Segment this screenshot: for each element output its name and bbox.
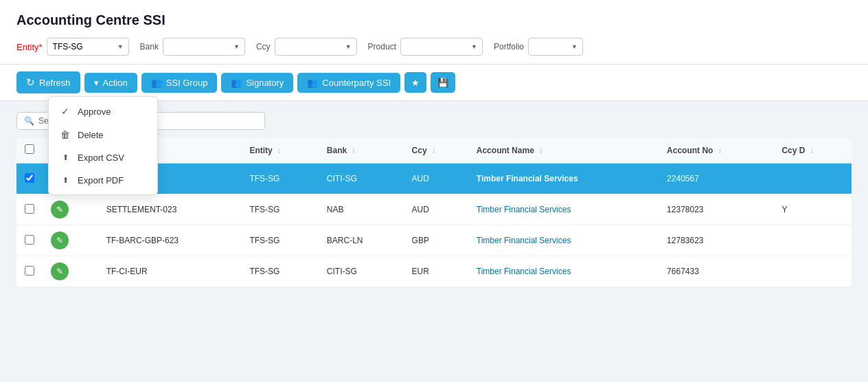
bank-sort-icon[interactable]: ↕ [352,147,356,155]
portfolio-filter-group: Portfolio [494,38,583,56]
save-button[interactable]: 💾 [431,72,455,93]
row-entity: TFS-SG [241,194,318,225]
row-name: TF-BARC-GBP-623 [98,225,242,256]
row-name: SETTLEMENT-023 [98,194,242,225]
header-checkbox-cell [16,138,43,163]
portfolio-select-wrapper [528,38,583,56]
page: Accounting Centre SSI Entity* TFS-SG Ban… [0,0,868,382]
search-icon: 🔍 [24,116,34,126]
export-pdf-icon: ⬆ [60,176,71,185]
row-bank: CITI-SG [319,163,404,194]
row-account-no: 12783623 [659,225,773,256]
product-label: Product [368,42,396,52]
product-select-wrapper [400,38,483,56]
row-account-name: Timber Financial Services [468,256,659,287]
row-ccy-d [773,256,852,287]
ccy-d-sort-icon[interactable]: ↕ [810,147,814,155]
row-ccy: EUR [404,256,468,287]
edit-button[interactable]: ✎ [51,262,69,280]
approve-label: Approve [78,106,111,117]
entity-filter-group: Entity* TFS-SG [16,38,129,56]
header: Accounting Centre SSI Entity* TFS-SG Ban… [0,0,868,65]
dropdown-item-delete[interactable]: 🗑 Delete [49,123,157,146]
people-icon: 👥 [151,78,162,88]
row-account-name: Timber Financial Services [468,225,659,256]
row-checkbox[interactable] [25,235,34,245]
product-filter-group: Product [368,38,483,56]
dropdown-item-export-pdf[interactable]: ⬆ Export PDF [49,169,157,192]
ssi-group-button[interactable]: 👥 SSI Group [141,73,218,93]
row-account-name: Timber Financial Services [468,194,659,225]
product-select[interactable] [400,38,483,56]
edit-button[interactable]: ✎ [51,201,69,218]
row-ccy-d [773,163,852,194]
edit-button[interactable]: ✎ [51,232,69,249]
ccy-filter-group: Ccy [256,38,357,56]
row-checkbox-cell [16,163,43,194]
date-filter-input[interactable] [147,112,265,130]
row-account-no: 7667433 [659,256,773,287]
ccy-select[interactable] [275,38,357,56]
row-edit-cell: ✎ [43,194,98,225]
ccy-sort-icon[interactable]: ↕ [432,147,435,155]
account-name-sort-icon[interactable]: ↕ [539,147,542,155]
row-ccy: AUD [404,163,468,194]
row-ccy-d [773,225,852,256]
ccy-select-wrapper [275,38,357,56]
dropdown-item-approve[interactable]: ✓ Approve [49,100,157,123]
delete-label: Delete [78,130,104,140]
page-title: Accounting Centre SSI [16,12,852,28]
row-name: TF-CI-EUR [98,256,242,287]
counterparty-icon: 👥 [307,78,318,88]
dropdown-item-export-csv[interactable]: ⬆ Export CSV [49,146,157,169]
counterparty-ssi-button[interactable]: 👥 Counterparty SSI [297,73,400,93]
ccy-label: Ccy [256,42,271,52]
header-ccy-d: Ccy D ↕ [773,138,852,163]
entity-sort-icon[interactable]: ↕ [277,147,281,155]
row-ccy-d: Y [773,194,852,225]
header-entity: Entity ↕ [241,138,318,163]
row-checkbox[interactable] [25,204,34,214]
row-checkbox-cell [16,225,43,256]
row-bank: CITI-SG [319,256,404,287]
row-ccy: AUD [404,194,468,225]
row-account-no: 2240567 [659,163,773,194]
select-all-checkbox[interactable] [25,144,34,154]
row-ccy: GBP [404,225,468,256]
entity-label: Entity* [16,42,43,52]
star-icon: ★ [411,78,420,88]
row-checkbox-cell [16,256,43,287]
bank-select[interactable] [163,38,245,56]
bank-select-wrapper [163,38,245,56]
row-account-no: 12378023 [659,194,773,225]
toolbar: ↻ Refresh ▾ Action 👥 SSI Group 👥 Signato… [0,65,868,101]
approve-check-icon: ✓ [60,106,71,117]
row-checkbox-cell [16,194,43,225]
header-bank: Bank ↕ [319,138,404,163]
action-button[interactable]: ▾ Action [84,73,137,93]
header-account-no: Account No ↕ [659,138,773,163]
row-bank: BARC-LN [319,225,404,256]
entity-select[interactable]: TFS-SG [47,38,129,56]
portfolio-select[interactable] [528,38,583,56]
table-row: ✎ TF-BARC-GBP-623 TFS-SG BARC-LN GBP Tim… [16,225,852,256]
chevron-down-icon: ▾ [94,78,99,88]
row-edit-cell: ✎ [43,225,98,256]
header-ccy: Ccy ↕ [404,138,468,163]
row-bank: NAB [319,194,404,225]
refresh-button[interactable]: ↻ Refresh [16,71,80,93]
row-account-name: Timber Financial Services [468,163,659,194]
delete-icon: 🗑 [60,129,71,140]
header-account-name: Account Name ↕ [468,138,659,163]
table-row: ✎ SETTLEMENT-023 TFS-SG NAB AUD Timber F… [16,194,852,225]
save-icon: 💾 [437,78,448,88]
entity-select-wrapper: TFS-SG [47,38,129,56]
row-checkbox[interactable] [25,266,34,276]
action-dropdown-menu: ✓ Approve 🗑 Delete ⬆ Export CSV ⬆ Export… [48,96,158,195]
bank-filter-group: Bank [140,38,245,56]
signatory-button[interactable]: 👥 Signatory [221,73,293,93]
account-no-sort-icon[interactable]: ↕ [718,147,722,155]
star-button[interactable]: ★ [404,72,426,93]
signatory-icon: 👥 [231,78,242,88]
row-checkbox[interactable] [25,173,34,183]
